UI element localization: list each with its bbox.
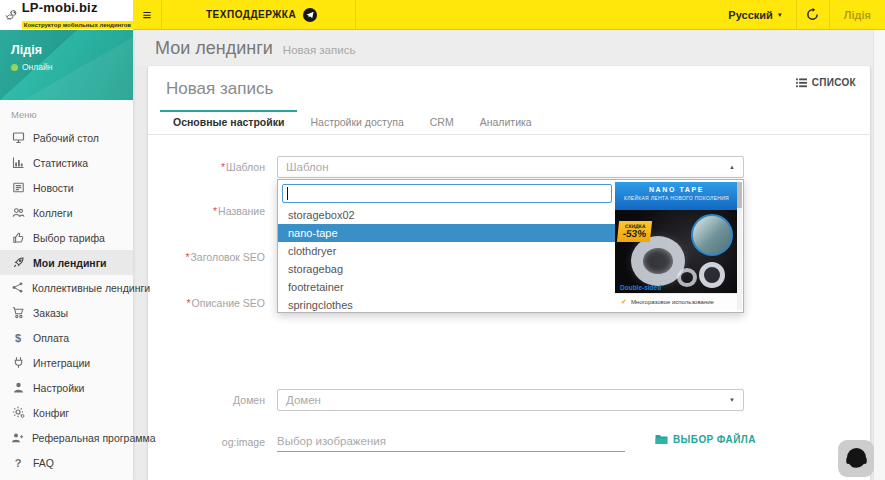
tape-strip-image [699, 262, 725, 288]
preview-caption: Double-sided [620, 284, 661, 291]
domain-select[interactable]: Домен ▼ [277, 389, 744, 411]
news-icon [11, 181, 25, 194]
seo-title-field-label: Заголовок SEO [148, 251, 265, 263]
headset-icon [843, 445, 870, 472]
tab-crm[interactable]: CRM [417, 110, 467, 134]
language-selector[interactable]: Русский ▼ [715, 0, 795, 29]
preview-product-image: СКИДКА -53% Double-sided [615, 210, 738, 293]
template-options-list: storagebox02 nano-tape clothdryer storag… [278, 206, 615, 312]
logo[interactable]: LP-mobi.biz Конструктор мобильных лендин… [0, 0, 133, 30]
choose-file-button[interactable]: ВЫБОР ФАЙЛА [655, 434, 756, 445]
list-button[interactable]: СПИСОК [796, 77, 856, 88]
preview-header: NANO TAPE КЛЕЙКАЯ ЛЕНТА НОВОГО ПОКОЛЕНИЯ [615, 182, 738, 210]
topbar-divider [355, 0, 356, 29]
sidebar-item-faq[interactable]: ? FAQ [0, 450, 133, 475]
sidebar-item-config[interactable]: Конфиг [0, 400, 133, 425]
colleagues-icon [11, 206, 25, 219]
sidebar-user-name: Лідія [11, 43, 133, 57]
sidebar-item-orders[interactable]: Заказы [0, 300, 133, 325]
tab-bar: Основные настройки Настройки доступа CRM… [148, 110, 870, 135]
template-select-placeholder: Шаблон [286, 161, 329, 173]
preview-feature-row: ✔ Многоразовое использование [615, 293, 738, 310]
sidebar-item-statistics[interactable]: Статистика [0, 150, 133, 175]
sidebar-item-payment[interactable]: $ Оплата [0, 325, 133, 350]
tab-general-settings[interactable]: Основные настройки [160, 110, 297, 134]
topbar-username[interactable]: Лідія [830, 9, 885, 21]
gear-icon [11, 406, 25, 419]
hamburger-menu-icon[interactable]: ≡ [133, 6, 161, 23]
dropdown-scrollbar[interactable] [737, 182, 742, 310]
topbar: LP-mobi.biz Конструктор мобильных лендин… [0, 0, 885, 30]
text-cursor [287, 187, 288, 200]
online-status-dot [11, 64, 18, 71]
support-button[interactable]: ТЕХПОДДЕРЖКА [162, 0, 355, 29]
breadcrumb-subtitle: Новая запись [283, 40, 356, 56]
check-icon: ✔ [621, 298, 627, 306]
list-button-label: СПИСОК [812, 77, 856, 88]
sidebar-item-referral[interactable]: Реферальная программа [0, 425, 133, 450]
preview-title: NANO TAPE [615, 186, 738, 193]
template-field-label: Шаблон [148, 161, 265, 173]
ogimage-input[interactable] [277, 430, 625, 452]
name-field-label: Название [148, 205, 265, 217]
new-record-card: Новая запись СПИСОК Основные настройки Н… [148, 66, 870, 480]
template-dropdown: storagebox02 nano-tape clothdryer storag… [277, 179, 744, 313]
domain-field-label: Домен [148, 394, 265, 406]
logo-title: LP-mobi.biz [22, 1, 133, 14]
domain-select-placeholder: Домен [286, 394, 321, 406]
menu-section-label: Меню [0, 100, 133, 125]
discount-badge: СКИДКА -53% [617, 221, 653, 242]
sidebar-item-collective-landings[interactable]: Коллективные лендинги [0, 275, 133, 300]
folder-icon [655, 434, 668, 445]
dog-logo-icon [5, 4, 18, 26]
sidebar-item-desktop[interactable]: Рабочий стол [0, 125, 133, 150]
language-label: Русский [728, 9, 772, 21]
tab-analytics[interactable]: Аналитика [467, 110, 545, 134]
chevron-down-icon: ▼ [777, 12, 783, 18]
template-search-input[interactable] [282, 184, 612, 203]
sidebar-item-colleagues[interactable]: Коллеги [0, 200, 133, 225]
user-icon [11, 381, 25, 394]
preview-feature-text: Многоразовое использование [631, 299, 714, 305]
tab-access-settings[interactable]: Настройки доступа [297, 110, 416, 134]
option-nano-tape[interactable]: nano-tape [278, 224, 615, 242]
rocket-icon [11, 256, 25, 269]
option-clothdryer[interactable]: clothdryer [278, 242, 615, 260]
user-plus-icon [11, 431, 24, 444]
online-status-label: Онлайн [22, 62, 52, 72]
desktop-icon [11, 131, 25, 144]
sidebar-item-tariff[interactable]: Выбор тарифа [0, 225, 133, 250]
breadcrumb: Мои лендинги Новая запись [133, 30, 885, 66]
refresh-button[interactable] [797, 0, 829, 29]
page-title: Новая запись [166, 79, 273, 99]
choose-file-button-label: ВЫБОР ФАЙЛА [673, 434, 756, 445]
sidebar-item-integrations[interactable]: Интеграции [0, 350, 133, 375]
list-icon [796, 78, 807, 88]
template-select[interactable]: Шаблон ▲ [277, 156, 744, 178]
option-storagebox02[interactable]: storagebox02 [278, 206, 615, 224]
sidebar: Лідія Онлайн Меню Рабочий стол Статистик… [0, 30, 133, 480]
page-scrollbar[interactable] [873, 30, 885, 480]
breadcrumb-title: Мои лендинги [155, 38, 273, 59]
dropdown-scrollbar-thumb[interactable] [737, 182, 742, 208]
preview-subtitle: КЛЕЙКАЯ ЛЕНТА НОВОГО ПОКОЛЕНИЯ [615, 195, 738, 201]
share-icon [11, 281, 24, 294]
option-storagebag[interactable]: storagebag [278, 260, 615, 278]
refresh-icon [806, 8, 819, 21]
sidebar-item-settings[interactable]: Настройки [0, 375, 133, 400]
dollar-icon: $ [11, 332, 25, 344]
option-footretainer[interactable]: footretainer [278, 278, 615, 296]
chevron-down-icon: ▼ [729, 397, 735, 403]
seo-description-field-label: Описание SEO [148, 297, 265, 309]
sidebar-user-panel: Лідія Онлайн [0, 30, 133, 100]
sidebar-item-news[interactable]: Новости [0, 175, 133, 200]
sidebar-item-my-landings[interactable]: Мои лендинги [0, 250, 133, 275]
chevron-up-icon: ▲ [729, 164, 735, 170]
support-chat-widget[interactable] [838, 440, 874, 477]
option-springclothes[interactable]: springclothes [278, 296, 615, 312]
support-button-label: ТЕХПОДДЕРЖКА [206, 9, 296, 20]
tape-strip-image [677, 268, 697, 287]
cart-icon [11, 306, 25, 319]
template-preview-thumbnail[interactable]: NANO TAPE КЛЕЙКАЯ ЛЕНТА НОВОГО ПОКОЛЕНИЯ… [615, 182, 738, 310]
logo-subtitle: Конструктор мобильных лендингов [22, 21, 133, 29]
